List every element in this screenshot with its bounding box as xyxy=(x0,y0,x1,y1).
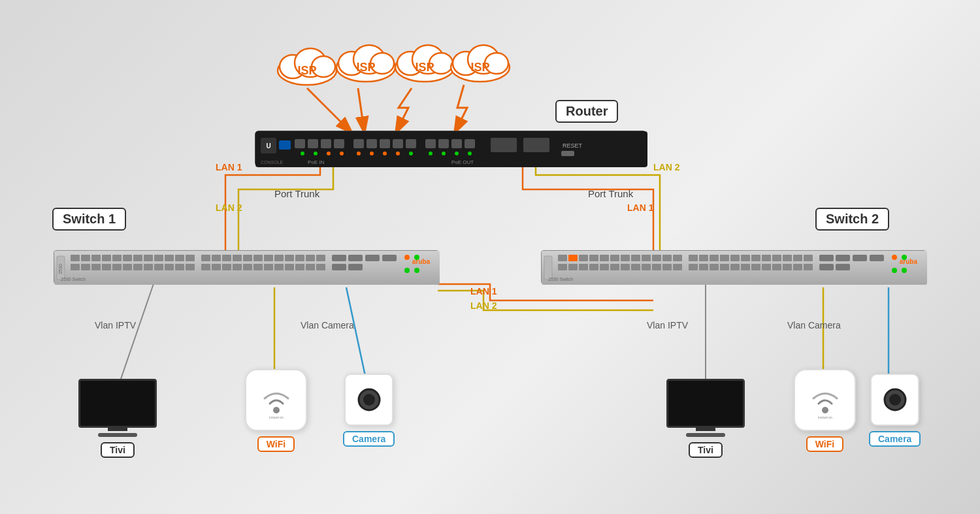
switch1-label: Switch 1 xyxy=(52,208,126,231)
svg-rect-110 xyxy=(233,264,242,270)
svg-text:instant on: instant on xyxy=(818,415,832,419)
port-trunk-right: Port Trunk xyxy=(588,188,633,199)
svg-rect-183 xyxy=(853,255,867,261)
router-label: Router xyxy=(555,100,618,123)
svg-rect-109 xyxy=(222,264,231,270)
svg-rect-165 xyxy=(772,255,781,261)
svg-rect-79 xyxy=(154,255,163,261)
svg-rect-74 xyxy=(102,255,111,261)
svg-rect-47 xyxy=(406,139,416,148)
svg-rect-115 xyxy=(285,264,294,270)
svg-text:instant on: instant on xyxy=(269,415,284,419)
vlan-camera-left: Vlan Camera xyxy=(301,320,354,330)
svg-rect-107 xyxy=(201,264,210,270)
svg-rect-97 xyxy=(222,255,231,261)
svg-rect-36 xyxy=(308,139,318,148)
svg-rect-143 xyxy=(662,255,672,261)
svg-rect-144 xyxy=(673,255,682,261)
svg-rect-156 xyxy=(673,264,682,270)
svg-rect-119 xyxy=(332,255,346,261)
svg-rect-132 xyxy=(544,256,552,280)
svg-rect-133 xyxy=(558,255,567,261)
svg-rect-168 xyxy=(804,255,813,261)
svg-rect-151 xyxy=(621,264,630,270)
svg-rect-84 xyxy=(81,264,90,270)
svg-rect-92 xyxy=(165,264,174,270)
svg-rect-179 xyxy=(793,264,802,270)
tivi-left-label: Tivi xyxy=(101,442,135,458)
svg-rect-136 xyxy=(589,255,598,261)
svg-text:ISP: ISP xyxy=(415,61,434,74)
svg-rect-76 xyxy=(123,255,132,261)
svg-rect-178 xyxy=(783,264,792,270)
svg-point-127 xyxy=(404,268,410,273)
svg-rect-170 xyxy=(699,264,708,270)
camera-body-left xyxy=(344,374,393,426)
svg-rect-94 xyxy=(186,264,195,270)
svg-rect-138 xyxy=(610,255,619,261)
svg-rect-113 xyxy=(264,264,273,270)
svg-rect-174 xyxy=(741,264,750,270)
vlan-iptv-left: Vlan IPTV xyxy=(95,320,136,330)
svg-rect-112 xyxy=(253,264,263,270)
switch2-device: aruba 2530 Switch xyxy=(541,250,926,284)
svg-point-40 xyxy=(314,152,318,155)
svg-rect-135 xyxy=(579,255,588,261)
svg-rect-137 xyxy=(600,255,609,261)
svg-rect-54 xyxy=(438,139,449,148)
lan2-left-label: LAN 2 xyxy=(216,202,242,213)
svg-rect-93 xyxy=(175,264,184,270)
camera-right-label: Camera xyxy=(869,431,921,447)
svg-rect-182 xyxy=(836,255,850,261)
svg-rect-148 xyxy=(589,264,598,270)
svg-point-41 xyxy=(327,152,331,155)
svg-point-189 xyxy=(892,268,897,273)
svg-rect-153 xyxy=(642,264,651,270)
svg-point-52 xyxy=(409,152,413,155)
svg-text:2530: 2530 xyxy=(58,264,63,274)
svg-point-193 xyxy=(273,407,280,413)
svg-rect-118 xyxy=(316,264,325,270)
svg-rect-46 xyxy=(393,139,403,148)
svg-rect-172 xyxy=(720,264,729,270)
svg-rect-155 xyxy=(662,264,672,270)
svg-rect-186 xyxy=(836,264,850,270)
svg-rect-181 xyxy=(819,255,834,261)
svg-rect-171 xyxy=(710,264,719,270)
svg-rect-154 xyxy=(652,264,661,270)
lan2-right-label: LAN 2 xyxy=(653,162,679,172)
svg-point-195 xyxy=(822,407,828,413)
tv-stand-left xyxy=(98,433,137,437)
svg-rect-96 xyxy=(212,255,221,261)
tv-screen-left xyxy=(78,379,157,428)
svg-rect-162 xyxy=(741,255,750,261)
svg-rect-164 xyxy=(762,255,771,261)
svg-rect-141 xyxy=(642,255,651,261)
svg-rect-55 xyxy=(451,139,462,148)
svg-point-58 xyxy=(442,152,446,155)
svg-rect-175 xyxy=(751,264,760,270)
svg-rect-160 xyxy=(720,255,729,261)
isp-cloud-2: ISP xyxy=(333,36,399,85)
lan1-left-label: LAN 1 xyxy=(216,162,242,172)
lan2-bottom-label: LAN 2 xyxy=(470,300,497,311)
svg-point-42 xyxy=(340,152,344,155)
svg-rect-116 xyxy=(295,264,304,270)
svg-rect-45 xyxy=(380,139,390,148)
svg-rect-120 xyxy=(348,255,363,261)
svg-rect-99 xyxy=(243,255,252,261)
svg-rect-62 xyxy=(523,138,549,152)
camera-left: Camera xyxy=(343,374,395,447)
svg-rect-173 xyxy=(730,264,740,270)
svg-text:aruba: aruba xyxy=(412,258,431,265)
svg-text:2530 Switch: 2530 Switch xyxy=(61,277,86,281)
tv-right: Tivi xyxy=(666,379,745,458)
svg-rect-157 xyxy=(689,255,698,261)
svg-rect-106 xyxy=(316,255,325,261)
svg-point-51 xyxy=(396,152,400,155)
svg-text:PoE IN: PoE IN xyxy=(308,159,325,165)
svg-rect-142 xyxy=(652,255,661,261)
svg-point-125 xyxy=(404,255,410,260)
svg-rect-86 xyxy=(102,264,111,270)
svg-text:ISP: ISP xyxy=(356,61,375,74)
